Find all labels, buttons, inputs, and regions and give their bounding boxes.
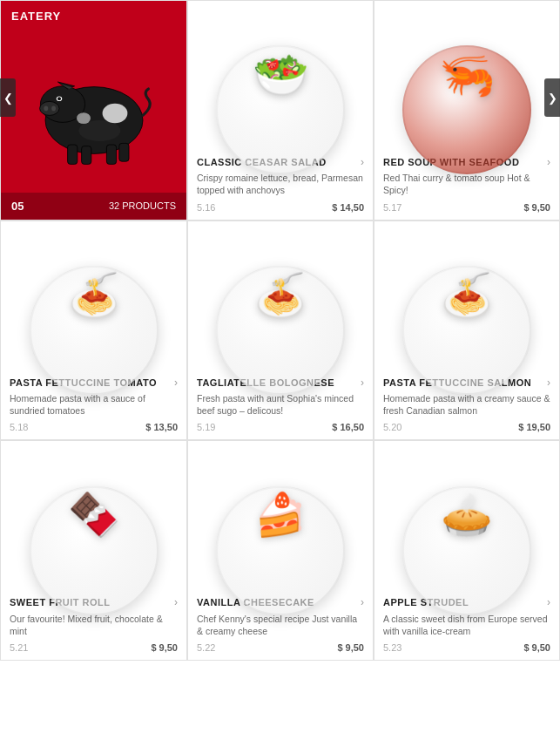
app-wrapper: ❮ ❯ EATERY [0, 0, 560, 661]
dish-image-strudel: 🥧 [374, 441, 559, 589]
dish-image-vanilla: 🍰 [188, 441, 373, 589]
svg-point-2 [39, 102, 58, 116]
dish-price-pt: $ 13,50 [145, 422, 178, 432]
dish-footer-salad: 5.16 $ 14,50 [188, 197, 373, 220]
pig-svg [24, 53, 164, 166]
dish-price-fr: $ 9,50 [151, 642, 178, 653]
svg-point-15 [77, 113, 91, 125]
food-emoji-pasta-salmon: 🍝 [441, 271, 493, 320]
menu-grid: EATERY [0, 0, 560, 661]
dish-arrow-vc: › [361, 596, 364, 608]
menu-item-pasta-salmon[interactable]: 🍝 PASTA FETTUCCINE SALMON › Homemade pas… [374, 221, 560, 441]
dish-image-soup: 🦐 [374, 1, 559, 149]
dish-id-as: 5.23 [383, 642, 401, 653]
dish-desc-vanilla: Chef Kenny's special recipe Just vanilla… [197, 613, 364, 637]
dish-id-fr: 5.21 [10, 642, 28, 653]
dish-image-pasta-salmon: 🍝 [374, 221, 559, 370]
dish-footer-fr: 5.21 $ 9,50 [1, 637, 186, 660]
menu-item-salad[interactable]: 🥗 CLASSIC CEASAR SALAD › Crispy romaine … [187, 0, 374, 221]
food-emoji-salad: 🥗 [253, 49, 309, 102]
dish-arrow-pt: › [174, 377, 178, 389]
dish-arrow-tb: › [361, 377, 364, 389]
dish-footer-ps: 5.20 $ 19,50 [374, 417, 559, 439]
food-emoji-vanilla: 🍰 [254, 491, 307, 540]
dish-desc-strudel: A classic sweet dish from Europe served … [383, 613, 550, 637]
dish-footer-soup: 5.17 $ 9,50 [374, 197, 559, 220]
dish-id-salad: 5.16 [197, 202, 215, 213]
dish-desc-fruit-roll: Our favourite! Mixed fruit, chocolate & … [10, 613, 178, 637]
menu-item-fruit-roll[interactable]: 🍫 SWEET FRUIT ROLL › Our favourite! Mixe… [0, 440, 187, 661]
dish-price-soup: $ 9,50 [523, 202, 550, 213]
food-emoji-fruit-roll: 🍫 [68, 491, 120, 540]
dish-price-salad: $ 14,50 [332, 202, 364, 213]
dish-image-tagliatelle: 🍝 [188, 221, 373, 370]
dish-arrow-ps: › [547, 377, 550, 389]
dish-image-fruit-roll: 🍫 [1, 441, 186, 589]
svg-rect-11 [106, 145, 116, 164]
dish-arrow-as: › [547, 596, 550, 608]
food-emoji-soup: 🦐 [439, 49, 496, 102]
dish-price-ps: $ 19,50 [518, 422, 550, 432]
dish-arrow-fr: › [174, 596, 178, 608]
food-emoji-strudel: 🥧 [441, 491, 493, 540]
dish-price-tb: $ 16,50 [332, 422, 364, 432]
food-emoji-tagliatelle: 🍝 [254, 271, 307, 320]
dish-desc-tagliatelle: Fresh pasta with aunt Sophia's minced be… [197, 392, 364, 417]
svg-rect-10 [81, 146, 91, 165]
dish-price-as: $ 9,50 [523, 642, 550, 653]
dish-footer-tb: 5.19 $ 16,50 [188, 417, 373, 439]
dish-image-salad: 🥗 [188, 1, 373, 149]
pig-illustration [1, 28, 186, 193]
dish-id-ps: 5.20 [383, 422, 401, 432]
menu-item-tagliatelle[interactable]: 🍝 TAGLIATELLE BOLOGNESE › Fresh pasta wi… [187, 221, 374, 441]
dish-price-vc: $ 9,50 [337, 642, 364, 653]
menu-item-soup[interactable]: 🦐 RED SOUP WITH SEAFOOD › Red Thai curry… [374, 0, 560, 221]
hero-cell: EATERY [0, 0, 187, 221]
dish-desc-pasta-salmon: Homemade pasta with a creamy sauce & fre… [383, 392, 550, 417]
dish-footer-pt: 5.18 $ 13,50 [1, 417, 186, 439]
dish-desc-pasta-tomato: Homemade pasta with a sauce of sundried … [10, 392, 178, 417]
hero-products: 32 PRODUCTS [109, 200, 176, 211]
dish-id-soup: 5.17 [383, 202, 401, 213]
food-emoji-pasta-tomato: 🍝 [68, 271, 120, 320]
dish-arrow-salad: › [361, 156, 364, 168]
dish-footer-vc: 5.22 $ 9,50 [188, 637, 373, 660]
dish-image-pasta-tomato: 🍝 [1, 221, 186, 370]
dish-desc-soup: Red Thai curry & tomato soup Hot & Spicy… [383, 172, 550, 196]
dish-id-tb: 5.19 [197, 422, 215, 432]
svg-rect-12 [118, 144, 128, 162]
svg-point-14 [102, 104, 127, 123]
hero-number: 05 [11, 200, 24, 213]
svg-rect-9 [67, 145, 77, 164]
brand-label: EATERY [1, 1, 186, 28]
right-nav-arrow[interactable]: ❯ [544, 78, 560, 117]
dish-id-pt: 5.18 [10, 422, 28, 432]
left-nav-arrow[interactable]: ❮ [0, 78, 16, 117]
svg-point-4 [51, 106, 56, 112]
dish-desc-salad: Crispy romaine lettuce, bread, Parmesan … [197, 172, 364, 196]
svg-point-3 [44, 106, 48, 112]
dish-footer-as: 5.23 $ 9,50 [374, 637, 559, 660]
svg-point-6 [57, 98, 61, 101]
dish-arrow-soup: › [547, 156, 550, 168]
dish-id-vc: 5.22 [197, 642, 215, 653]
menu-item-vanilla[interactable]: 🍰 VANILLA CHEESECAKE › Chef Kenny's spec… [187, 440, 374, 661]
menu-item-pasta-tomato[interactable]: 🍝 PASTA FETTUCCINE TOMATO › Homemade pas… [0, 221, 187, 441]
menu-item-strudel[interactable]: 🥧 APPLE STRUDEL › A classic sweet dish f… [374, 440, 560, 661]
hero-footer: 05 32 PRODUCTS [1, 193, 186, 220]
